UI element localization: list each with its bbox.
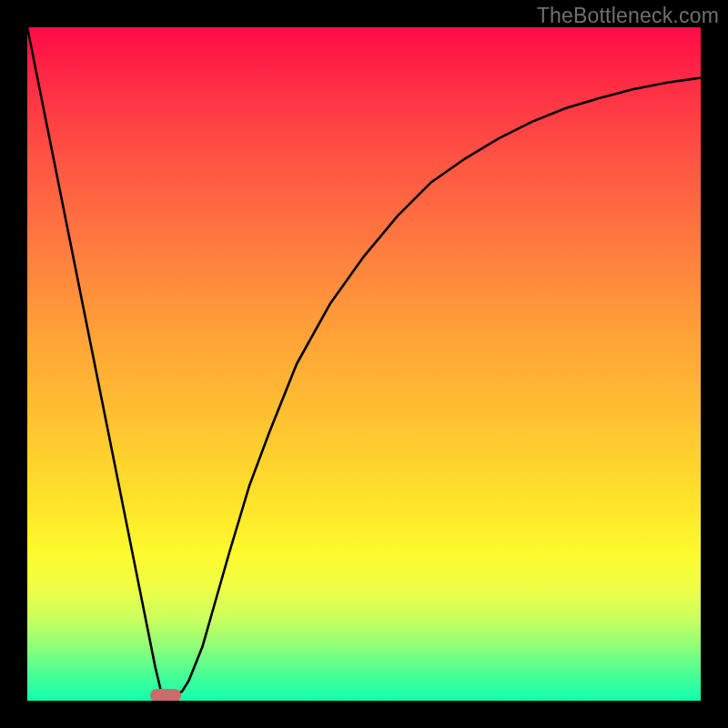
- v-curve-path: [27, 27, 701, 695]
- plot-area: [27, 27, 701, 701]
- minimum-marker: [150, 689, 181, 701]
- chart-frame: TheBottleneck.com: [0, 0, 728, 728]
- curve-svg: [27, 27, 701, 701]
- watermark-label: TheBottleneck.com: [537, 4, 719, 28]
